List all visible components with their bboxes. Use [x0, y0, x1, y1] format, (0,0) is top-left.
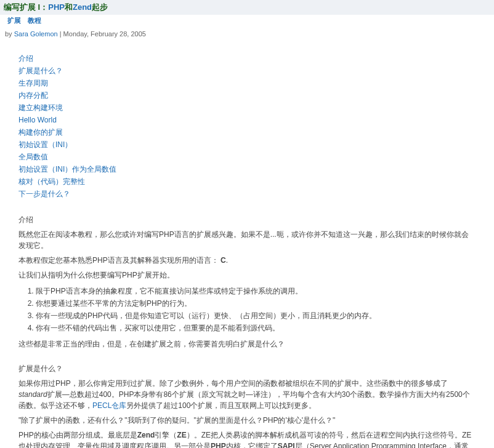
toc-item[interactable]: 内存分配 [18, 90, 476, 101]
toc-item[interactable]: 生存周期 [18, 78, 476, 89]
w3c: 引擎（ [155, 431, 177, 439]
list-item: 限于PHP语言本身的抽象程度，它不能直接访问某些库或特定于操作系统的调用。 [36, 286, 476, 297]
toc-item[interactable]: 初始设置（INI） [18, 139, 476, 150]
w3g: 内核，它绑定了 [226, 442, 278, 449]
byline: by Sara Golemon | Monday, February 28, 2… [0, 27, 494, 44]
section-intro-label: 介绍 [18, 214, 476, 225]
w3b: Zend [137, 431, 155, 439]
whatis-p3: PHP的核心由两部分组成。最底层是Zend引擎（ZE）。ZE把人类易读的脚本解析… [18, 430, 476, 449]
whatis-p1e: 另外提供了超过100个扩展，而且互联网上可以找到更多。 [126, 401, 316, 410]
sublink-extension[interactable]: 扩展 [7, 17, 21, 24]
whatis-p1: 如果你用过PHP，那么你肯定用到过扩展。除了少数例外，每个用户空间的函数都被组织… [18, 378, 476, 411]
section-whatis-label: 扩展是什么？ [18, 363, 476, 374]
w3h: SAPI [278, 442, 295, 449]
list-item: 你有一些不错的代码出售，买家可以使用它，但重要的是不能看到源代码。 [36, 322, 476, 334]
toc-item[interactable]: Hello World [18, 114, 476, 126]
list-item: 你有一些现成的PHP代码，但是你知道它可以（运行）更快、（占用空间）更小，而且消… [36, 310, 476, 321]
title-zend: Zend [73, 2, 92, 12]
w3d: ZE [177, 431, 186, 439]
intro-list: 限于PHP语言本身的抽象程度，它不能直接访问某些库或特定于操作系统的调用。 你想… [18, 286, 476, 334]
toc-item[interactable]: 扩展是什么？ [18, 65, 476, 76]
intro-p1: 既然您正在阅读本教程，那么您或许对编写PHP语言的扩展感兴趣。如果不是...呃，… [18, 229, 476, 251]
toc-item[interactable]: 下一步是什么？ [18, 188, 476, 199]
intro-p2-dot: . [226, 256, 228, 265]
title-prefix: 编写扩展 I： [4, 2, 48, 12]
intro-p2-c: C [221, 256, 226, 265]
toc-item[interactable]: 核对（代码）完整性 [18, 176, 476, 187]
w3a: PHP的核心由两部分组成。最底层是 [18, 431, 137, 439]
toc-item[interactable]: 初始设置（INI）作为全局数值 [18, 164, 476, 175]
by-label: by [5, 30, 14, 38]
author-link[interactable]: Sara Golemon [14, 30, 58, 38]
pecl-link[interactable]: PECL仓库 [92, 401, 126, 410]
page-title: 编写扩展 I：PHP和Zend起步 [0, 0, 494, 15]
intro-p2a: 本教程假定您基本熟悉PHP语言及其解释器实现所用的语言： [18, 256, 219, 265]
byline-date: Monday, February 28, 2005 [63, 30, 146, 38]
byline-sep: | [58, 30, 63, 38]
sub-links: 扩展 教程 [0, 15, 494, 28]
intro-p3: 让我们从指明为什么你想要编写PHP扩展开始。 [18, 270, 476, 281]
whatis-p2: "除了扩展中的函数，还有什么？"我听到了你的疑问。"扩展的里面是什么？PHP的'… [18, 415, 476, 426]
whatis-p1b: standard [18, 390, 47, 399]
title-php: PHP [48, 2, 65, 12]
title-and: 和 [65, 2, 73, 12]
title-suffix: 起步 [92, 2, 108, 12]
toc-item[interactable]: 建立构建环境 [18, 102, 476, 113]
toc-item[interactable]: 全局数值 [18, 151, 476, 162]
sublink-tutorial[interactable]: 教程 [28, 17, 41, 24]
w3f: PHP [211, 442, 226, 449]
intro-p2: 本教程假定您基本熟悉PHP语言及其解释器实现所用的语言： C. [18, 255, 476, 266]
intro-p4: 这些都是非常正当的理由，但是，在创建扩展之前，你需要首先明白扩展是什么？ [18, 338, 476, 350]
toc: 介绍 扩展是什么？ 生存周期 内存分配 建立构建环境 Hello World 构… [18, 53, 476, 199]
list-item: 你想要通过某些不平常的方法定制PHP的行为。 [36, 298, 476, 309]
toc-item[interactable]: 构建你的扩展 [18, 127, 476, 138]
whatis-p1a: 如果你用过PHP，那么你肯定用到过扩展。除了少数例外，每个用户空间的函数都被组织… [18, 379, 448, 388]
toc-item[interactable]: 介绍 [18, 53, 476, 64]
